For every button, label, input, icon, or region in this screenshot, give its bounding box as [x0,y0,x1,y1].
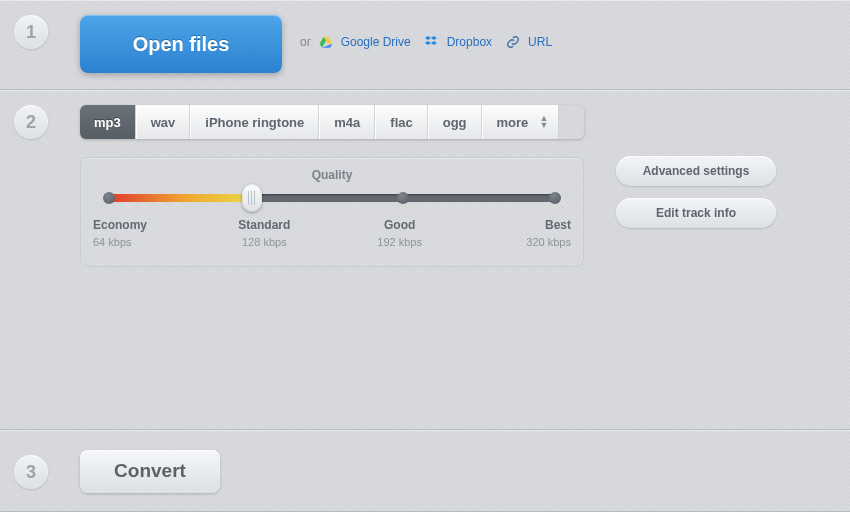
quality-label-good: Good 192 kbps [364,218,436,248]
quality-tick-good[interactable] [397,192,409,204]
quality-label-best: Best 320 kbps [499,218,571,248]
quality-rate: 192 kbps [364,236,436,248]
format-iphone-ringtone[interactable]: iPhone ringtone [190,105,319,139]
format-m4a[interactable]: m4a [319,105,375,139]
dropbox-link[interactable]: Dropbox [447,35,492,49]
quality-rate: 128 kbps [228,236,300,248]
quality-label-economy: Economy 64 kbps [93,218,165,248]
quality-tick-economy[interactable] [103,192,115,204]
format-more-dropdown[interactable]: more ▲▼ [482,105,560,139]
dropbox-icon [425,35,439,49]
advanced-settings-button[interactable]: Advanced settings [616,156,776,186]
format-wav[interactable]: wav [136,105,191,139]
quality-slider-handle[interactable] [242,184,262,212]
format-selector: mp3 wav iPhone ringtone m4a flac ogg mor… [80,105,584,139]
link-icon [506,35,520,49]
format-mp3[interactable]: mp3 [80,105,136,139]
quality-tick-best[interactable] [549,192,561,204]
quality-name: Economy [93,218,165,232]
url-link[interactable]: URL [528,35,552,49]
google-drive-link[interactable]: Google Drive [341,35,411,49]
quality-title: Quality [109,168,555,182]
updown-icon: ▲▼ [539,115,548,129]
quality-name: Standard [228,218,300,232]
open-files-button[interactable]: Open files [80,15,282,73]
quality-name: Best [499,218,571,232]
convert-button[interactable]: Convert [80,450,220,493]
or-label: or [300,35,311,49]
format-flac[interactable]: flac [375,105,427,139]
quality-name: Good [364,218,436,232]
format-more-label: more [497,115,529,130]
quality-panel: Quality Economy 64 kbps Standard 128 kbp… [80,157,584,267]
quality-rate: 320 kbps [499,236,571,248]
format-ogg[interactable]: ogg [428,105,482,139]
quality-label-standard: Standard 128 kbps [228,218,300,248]
step-number-3: 3 [14,455,48,489]
quality-rate: 64 kbps [93,236,165,248]
edit-track-info-button[interactable]: Edit track info [616,198,776,228]
step-number-1: 1 [14,15,48,49]
quality-slider-fill [109,194,252,202]
quality-slider-track[interactable] [109,194,555,202]
step-number-2: 2 [14,105,48,139]
google-drive-icon [319,35,333,49]
